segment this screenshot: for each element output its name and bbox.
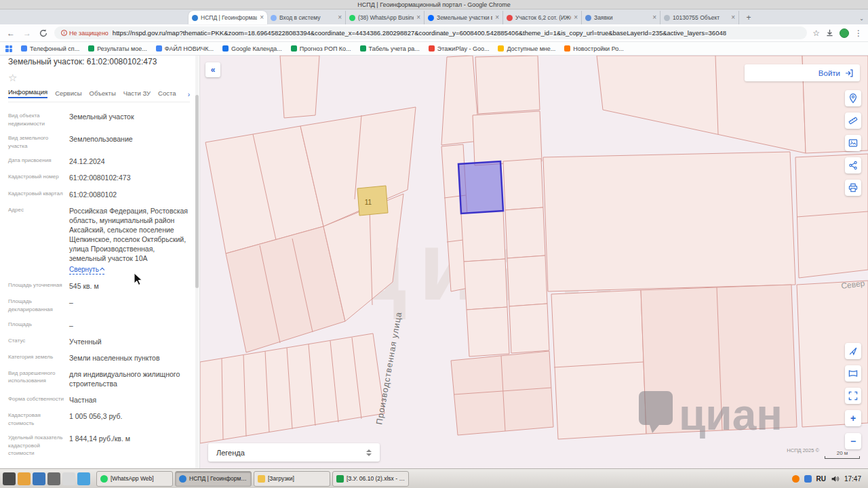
favorite-star-icon[interactable]: ☆ — [8, 72, 190, 84]
tab-search-icon[interactable]: ⌄ — [859, 16, 864, 22]
volume-icon[interactable] — [831, 474, 840, 483]
full-extent-button[interactable] — [845, 388, 861, 404]
bookmark-item[interactable]: Телефонный сп... — [21, 45, 79, 52]
apps-grid-icon[interactable] — [5, 45, 12, 52]
print-tool-button[interactable] — [845, 180, 861, 196]
field-label: Кадастровый квартал — [8, 190, 69, 199]
tab-services[interactable]: Сервисы — [55, 89, 81, 98]
zoom-in-button[interactable]: + — [845, 410, 861, 426]
forward-icon[interactable]: → — [22, 28, 33, 38]
bookmark-star-icon[interactable]: ☆ — [812, 28, 820, 38]
parcel-11[interactable] — [357, 186, 388, 216]
taskbar-window-spreadsheet[interactable]: [З.У. 06.10 (2).xlsx - Libre... — [332, 471, 409, 487]
tabs-scroll-right-icon[interactable]: › — [188, 91, 190, 98]
tab-close-icon[interactable]: × — [652, 14, 656, 21]
tab-close-icon[interactable]: × — [338, 14, 342, 21]
file-manager-icon[interactable] — [18, 472, 31, 485]
back-icon[interactable]: ← — [5, 28, 16, 38]
tab-parcels[interactable]: Земельные участки в Рос... × — [425, 11, 503, 24]
parcels-layer[interactable] — [200, 56, 868, 443]
tab-requests[interactable]: Заявки × — [582, 11, 660, 24]
mouse-cursor — [134, 272, 143, 286]
field-row: Кадастровый квартал61:02:0080102 — [8, 190, 190, 199]
tab-parts[interactable]: Части ЗУ — [123, 89, 151, 98]
taskbar-window-label: [З.У. 06.10 (2).xlsx - Libre... — [347, 475, 405, 482]
selected-parcel[interactable] — [458, 161, 503, 214]
web-browser-icon[interactable] — [33, 472, 45, 485]
profile-avatar[interactable] — [840, 28, 849, 38]
tab-close-icon[interactable]: × — [260, 14, 264, 21]
tab-whatsapp[interactable]: (38) WhatsApp Business × — [346, 11, 425, 24]
downloads-folder-icon — [258, 475, 265, 483]
bookmark-item[interactable]: ЭтажиPlay - Goo... — [429, 45, 490, 52]
window-titlebar[interactable]: НСПД | Геоинформационный портал - Google… — [0, 0, 868, 9]
tab-close-icon[interactable]: × — [574, 14, 578, 21]
panel-tabs: Информация Сервисы Объекты Части ЗУ Сост… — [8, 88, 190, 102]
panorama-icon — [848, 368, 859, 379]
collapse-panel-button[interactable]: « — [205, 62, 220, 77]
download-icon[interactable] — [825, 28, 834, 37]
zoom-out-button[interactable]: − — [845, 433, 861, 449]
tab-close-icon[interactable]: × — [495, 14, 499, 21]
bookmark-label: Результаты мое... — [97, 45, 147, 52]
tab-label: (38) WhatsApp Business — [358, 14, 414, 21]
keyboard-layout-indicator[interactable]: RU — [816, 475, 826, 483]
tab-object[interactable]: 10130755 Объект × — [660, 11, 739, 24]
updates-tray-icon[interactable] — [792, 475, 800, 483]
ruler-tool-button[interactable] — [845, 113, 861, 129]
login-bar[interactable]: Войти — [745, 64, 860, 81]
panorama-button[interactable] — [845, 365, 861, 382]
field-label: Вид разрешенного использования — [8, 369, 69, 388]
tab-objects[interactable]: Объекты — [90, 89, 116, 98]
tab-close-icon[interactable]: × — [731, 14, 735, 21]
locate-me-button[interactable] — [845, 343, 861, 359]
area-measure-tool-button[interactable] — [845, 135, 861, 151]
bookmark-item[interactable]: Новостройки Ро... — [564, 45, 623, 52]
tab-information[interactable]: Информация — [8, 88, 47, 98]
taskbar-window-nspd[interactable]: НСПД | Геоинформацио... — [175, 471, 252, 487]
tab-login[interactable]: Вход в систему × — [267, 11, 346, 24]
taskbar-clock[interactable]: 17:47 — [844, 475, 861, 483]
scale-label: 20 м — [825, 450, 860, 456]
tab-listing[interactable]: Участок 6,2 сот. (ИЖС) на... × — [503, 11, 582, 24]
bookmark-item[interactable]: Табель учета ра... — [360, 45, 420, 52]
terminal-icon[interactable] — [47, 472, 60, 485]
share-tool-button[interactable] — [845, 157, 861, 174]
page-content: Земельный участок: 61:02:0080102:473 ☆ И… — [0, 56, 868, 468]
tab-favicon — [428, 15, 434, 21]
tab-nspd[interactable]: НСПД | Геоинформационн... × — [189, 11, 267, 24]
security-chip[interactable]: i Не защищено — [61, 30, 108, 37]
bookmark-item[interactable]: ФАЙЛ НОВИЧК... — [156, 45, 214, 52]
taskbar-window-whatsapp[interactable]: [WhatsApp Web] — [96, 471, 173, 487]
chrome-menu-icon[interactable]: ⋮ — [854, 28, 863, 38]
tab-close-icon[interactable]: × — [416, 14, 420, 21]
nspd-icon — [179, 475, 186, 483]
collapse-address-link[interactable]: Свернуть — [69, 265, 104, 274]
field-row-address: Адрес Российская Федерация, Ростовская о… — [8, 206, 190, 275]
parcel-11-label: 11 — [365, 199, 372, 206]
bookmark-item[interactable]: Google Календа... — [222, 45, 282, 52]
text-editor-icon[interactable] — [62, 472, 75, 485]
field-label: Площадь — [8, 321, 69, 330]
area-measure-icon — [848, 138, 859, 148]
url-text[interactable]: https://nspd.gov.ru/map?thematic=PKK&zoo… — [113, 29, 726, 37]
location-pin-tool-button[interactable] — [845, 90, 861, 106]
panel-scrollbar[interactable] — [195, 56, 199, 468]
tab-favicon — [271, 15, 277, 21]
app-menu-icon[interactable] — [3, 472, 16, 485]
bookmark-item[interactable]: Доступные мне... — [498, 45, 555, 52]
settings-icon[interactable] — [77, 472, 90, 485]
taskbar-window-downloads[interactable]: [Загрузки] — [254, 471, 330, 487]
map-canvas[interactable]: циан — [200, 56, 868, 468]
bookmark-item[interactable]: Результаты мое... — [88, 45, 147, 52]
reload-icon[interactable] — [38, 28, 49, 38]
shield-tray-icon[interactable] — [804, 475, 812, 483]
bookmark-label: Google Календа... — [231, 45, 282, 52]
map-area[interactable]: циан — [200, 56, 868, 468]
tab-composition[interactable]: Соста — [158, 89, 176, 98]
legend-selector[interactable]: Легенда — [208, 443, 380, 462]
new-tab-button[interactable]: + — [743, 12, 754, 23]
bookmark-item[interactable]: Прогноз РОП Ко... — [291, 45, 351, 52]
panel-scrollbar-thumb[interactable] — [195, 95, 199, 288]
address-bar[interactable]: i Не защищено https://nspd.gov.ru/map?th… — [54, 26, 807, 39]
